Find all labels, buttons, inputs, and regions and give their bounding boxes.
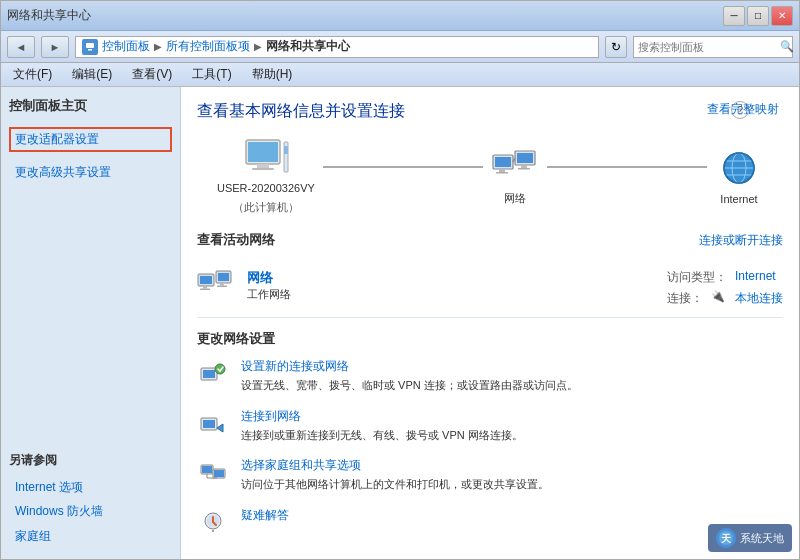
refresh-button[interactable]: ↻ <box>605 36 627 58</box>
view-full-map-link[interactable]: 查看完整映射 <box>707 101 779 118</box>
network-card: 网络 工作网络 访问类型： Internet 连接： 🔌 本地连接 <box>197 259 783 318</box>
network-card-icon <box>197 269 233 299</box>
connect-label: 连接： <box>667 290 703 307</box>
setting-item-2: 选择家庭组和共享选项 访问位于其他网络计算机上的文件和打印机，或更改共享设置。 <box>197 457 783 493</box>
main-window: 网络和共享中心 ─ □ ✕ ◄ ► 控制面板 ▶ 所有控制面板项 ▶ 网络和共享… <box>0 0 800 560</box>
setting-content-3: 疑难解答 <box>241 507 783 526</box>
svg-rect-8 <box>284 146 288 154</box>
watermark-text: 系统天地 <box>740 531 784 546</box>
net-label-network: 网络 <box>504 191 526 206</box>
setting-item-3: 疑难解答 <box>197 507 783 539</box>
address-bar: ◄ ► 控制面板 ▶ 所有控制面板项 ▶ 网络和共享中心 ↻ 🔍 <box>1 31 799 63</box>
sidebar-link-sharing[interactable]: 更改高级共享设置 <box>9 160 172 185</box>
maximize-button[interactable]: □ <box>747 6 769 26</box>
connect-value[interactable]: 本地连接 <box>735 290 783 307</box>
network-diagram: USER-20200326VY （此计算机） <box>197 138 783 215</box>
setting-icon-0 <box>197 358 229 390</box>
setting-content-1: 连接到网络 连接到或重新连接到无线、有线、拨号或 VPN 网络连接。 <box>241 408 783 444</box>
breadcrumb-icon <box>82 39 98 55</box>
content-title: 查看基本网络信息并设置连接 <box>197 101 783 122</box>
svg-rect-2 <box>88 49 92 51</box>
minimize-button[interactable]: ─ <box>723 6 745 26</box>
svg-text:天: 天 <box>720 533 732 544</box>
menu-help[interactable]: 帮助(H) <box>248 64 297 85</box>
svg-rect-16 <box>518 168 530 170</box>
breadcrumb-bar: 控制面板 ▶ 所有控制面板项 ▶ 网络和共享中心 <box>75 36 599 58</box>
access-type-value: Internet <box>735 269 776 286</box>
svg-rect-38 <box>203 420 215 428</box>
net-label-computer: USER-20200326VY <box>217 182 315 194</box>
setting-item-0: 设置新的连接或网络 设置无线、宽带、拨号、临时或 VPN 连接；或设置路由器或访… <box>197 358 783 394</box>
setting-desc-0: 设置无线、宽带、拨号、临时或 VPN 连接；或设置路由器或访问点。 <box>241 379 578 391</box>
search-icon[interactable]: 🔍 <box>780 40 794 53</box>
svg-rect-4 <box>248 142 278 162</box>
network-name[interactable]: 网络 <box>247 269 653 287</box>
net-label-internet: Internet <box>720 193 757 205</box>
title-bar-buttons: ─ □ ✕ <box>723 6 793 26</box>
close-button[interactable]: ✕ <box>771 6 793 26</box>
sidebar-also-title: 另请参阅 <box>9 452 172 469</box>
setting-link-2[interactable]: 选择家庭组和共享选项 <box>241 457 783 474</box>
svg-rect-29 <box>218 273 229 281</box>
watermark: 天 系统天地 <box>708 524 792 552</box>
menu-file[interactable]: 文件(F) <box>9 64 56 85</box>
svg-rect-12 <box>496 172 508 174</box>
setting-content-2: 选择家庭组和共享选项 访问位于其他网络计算机上的文件和打印机，或更改共享设置。 <box>241 457 783 493</box>
menu-tools[interactable]: 工具(T) <box>188 64 235 85</box>
svg-rect-6 <box>252 168 274 170</box>
active-network-header: 查看活动网络 连接或断开连接 <box>197 231 783 249</box>
breadcrumb-current: 网络和共享中心 <box>266 38 350 55</box>
svg-rect-47 <box>212 530 214 532</box>
sidebar-link-internet[interactable]: Internet 选项 <box>9 475 172 500</box>
network-status: 访问类型： Internet 连接： 🔌 本地连接 <box>667 269 783 307</box>
svg-rect-40 <box>202 466 212 473</box>
content-area: ? 查看基本网络信息并设置连接 查看完整映射 <box>181 87 799 559</box>
setting-icon-2 <box>197 457 229 489</box>
setting-link-3[interactable]: 疑难解答 <box>241 507 783 524</box>
breadcrumb-sep1: ▶ <box>154 41 162 52</box>
svg-rect-15 <box>521 165 527 168</box>
breadcrumb-all-items[interactable]: 所有控制面板项 <box>166 38 250 55</box>
change-settings-title: 更改网络设置 <box>197 330 783 348</box>
sidebar-link-firewall[interactable]: Windows 防火墙 <box>9 499 172 524</box>
svg-rect-5 <box>257 164 269 168</box>
breadcrumb-control-panel[interactable]: 控制面板 <box>102 38 150 55</box>
menu-edit[interactable]: 编辑(E) <box>68 64 116 85</box>
net-node-network: 网络 <box>491 147 539 206</box>
setting-link-1[interactable]: 连接到网络 <box>241 408 783 425</box>
svg-rect-31 <box>217 286 227 288</box>
setting-desc-1: 连接到或重新连接到无线、有线、拨号或 VPN 网络连接。 <box>241 429 523 441</box>
search-box: 🔍 <box>633 36 793 58</box>
svg-rect-25 <box>200 276 212 284</box>
net-line-1 <box>323 166 483 168</box>
sidebar-link-adapter[interactable]: 更改适配器设置 <box>9 127 172 152</box>
svg-point-34 <box>215 364 225 374</box>
menu-view[interactable]: 查看(V) <box>128 64 176 85</box>
access-type-label: 访问类型： <box>667 269 727 286</box>
search-input[interactable] <box>638 41 776 53</box>
sidebar-link-homegroup[interactable]: 家庭组 <box>9 524 172 549</box>
svg-rect-42 <box>214 470 224 477</box>
network-type: 工作网络 <box>247 287 653 302</box>
net-sublabel-computer: （此计算机） <box>233 200 299 215</box>
watermark-icon: 天 <box>716 528 736 548</box>
net-node-computer: USER-20200326VY （此计算机） <box>217 138 315 215</box>
setting-link-0[interactable]: 设置新的连接或网络 <box>241 358 783 375</box>
sidebar: 控制面板主页 更改适配器设置 更改高级共享设置 另请参阅 Internet 选项… <box>1 87 181 559</box>
access-type-row: 访问类型： Internet <box>667 269 783 286</box>
svg-rect-33 <box>203 370 215 378</box>
svg-rect-1 <box>86 43 94 48</box>
svg-rect-11 <box>499 169 505 172</box>
network-card-info: 网络 工作网络 <box>247 269 653 302</box>
setting-desc-2: 访问位于其他网络计算机上的文件和打印机，或更改共享设置。 <box>241 478 549 490</box>
setting-item-1: 连接到网络 连接到或重新连接到无线、有线、拨号或 VPN 网络连接。 <box>197 408 783 444</box>
sidebar-title: 控制面板主页 <box>9 97 172 115</box>
setting-content-0: 设置新的连接或网络 设置无线、宽带、拨号、临时或 VPN 连接；或设置路由器或访… <box>241 358 783 394</box>
back-button[interactable]: ◄ <box>7 36 35 58</box>
connect-disconnect-link[interactable]: 连接或断开连接 <box>699 232 783 249</box>
menu-bar: 文件(F) 编辑(E) 查看(V) 工具(T) 帮助(H) <box>1 63 799 87</box>
window-title: 网络和共享中心 <box>7 7 91 24</box>
svg-rect-10 <box>495 157 511 167</box>
net-line-2 <box>547 166 707 168</box>
forward-button[interactable]: ► <box>41 36 69 58</box>
